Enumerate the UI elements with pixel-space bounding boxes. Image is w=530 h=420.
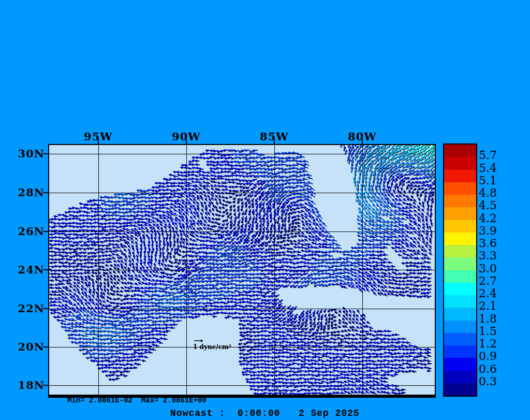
map-panel <box>48 144 436 398</box>
lat-tick-label: 24N <box>13 263 45 276</box>
colorbar-segment <box>444 257 476 270</box>
colorbar-tick-label: 0.6 <box>479 363 515 375</box>
colorbar-segment <box>444 358 476 370</box>
vector-field-canvas <box>49 145 435 395</box>
colorbar-segment <box>444 157 476 169</box>
lat-tick-label: 22N <box>13 302 45 315</box>
colorbar <box>443 143 477 397</box>
lon-tick-mark <box>274 139 275 144</box>
colorbar-segment <box>444 321 476 333</box>
colorbar-tick-label: 1.8 <box>479 312 515 325</box>
lon-tick-mark <box>186 139 187 144</box>
lat-tick-label: 20N <box>13 340 45 353</box>
colorbar-segment <box>444 245 476 257</box>
colorbar-tick-label: 2.4 <box>479 287 515 300</box>
colorbar-tick-label: 3.3 <box>479 249 515 262</box>
lat-tick-mark <box>43 153 48 154</box>
lat-tick-mark <box>43 269 48 270</box>
colorbar-segment <box>444 283 476 295</box>
colorbar-tick-label: 2.1 <box>479 299 515 312</box>
colorbar-segment <box>444 233 476 245</box>
colorbar-tick-label: 4.5 <box>479 199 515 212</box>
lat-tick-mark <box>43 308 48 309</box>
nowcast-caption: Nowcast : 0:00:00 2 Sep 2025 <box>0 408 530 418</box>
colorbar-tick-label: 5.7 <box>479 149 515 162</box>
colorbar-tick-label: 1.2 <box>479 337 515 350</box>
colorbar-tick-label: 3.9 <box>479 224 515 237</box>
colorbar-segment <box>444 383 476 396</box>
colorbar-tick-label: 4.8 <box>479 186 515 199</box>
lon-tick-mark <box>362 139 363 144</box>
plot-page: 95W90W85W80W 30N28N26N24N22N20N18N 5.75.… <box>0 0 530 420</box>
reference-vector-label: 1 dyne/cm² <box>193 343 231 351</box>
colorbar-segment <box>444 333 476 345</box>
lat-tick-mark <box>43 346 48 347</box>
colorbar-tick-label: 3.0 <box>479 262 515 275</box>
colorbar-segment <box>444 207 476 220</box>
colorbar-tick-label: 2.7 <box>479 274 515 287</box>
colorbar-segment <box>444 144 476 157</box>
lat-tick-label: 28N <box>13 186 45 199</box>
colorbar-tick-label: 5.4 <box>479 162 515 175</box>
colorbar-tick-label: 1.5 <box>479 325 515 338</box>
lat-tick-mark <box>43 192 48 193</box>
lat-tick-label: 26N <box>13 225 45 238</box>
colorbar-segment <box>444 195 476 207</box>
colorbar-tick-label: 5.1 <box>479 174 515 187</box>
colorbar-segment <box>444 220 476 233</box>
colorbar-segment <box>444 345 476 358</box>
colorbar-segment <box>444 182 476 195</box>
colorbar-segment <box>444 371 476 383</box>
lon-tick-mark <box>98 139 99 144</box>
colorbar-tick-label: 3.6 <box>479 237 515 250</box>
colorbar-tick-label: 0.9 <box>479 350 515 363</box>
min-max-stats: Min= 2.0861E-02 Max= 2.0861E+00 <box>67 396 207 404</box>
colorbar-segment <box>444 170 476 182</box>
colorbar-segment <box>444 295 476 308</box>
lat-tick-mark <box>43 385 48 386</box>
lat-tick-label: 30N <box>13 147 45 160</box>
lat-tick-label: 18N <box>13 379 45 392</box>
colorbar-segment <box>444 270 476 283</box>
colorbar-tick-label: 0.3 <box>479 375 515 388</box>
lat-tick-mark <box>43 231 48 232</box>
colorbar-segment <box>444 308 476 320</box>
colorbar-tick-label: 4.2 <box>479 212 515 225</box>
